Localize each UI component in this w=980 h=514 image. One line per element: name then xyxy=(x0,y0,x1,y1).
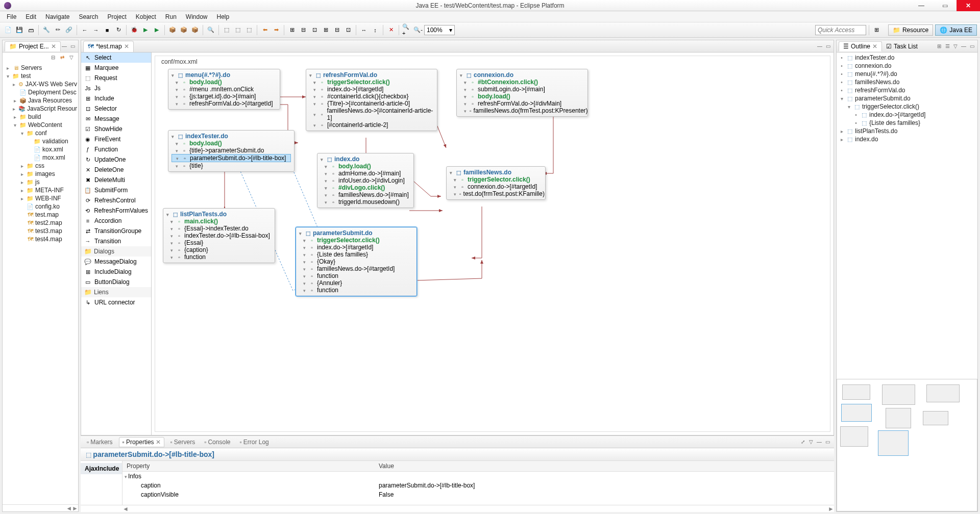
tasklist-tab[interactable]: ☑Task List xyxy=(882,42,922,51)
perspective-javaee[interactable]: 🌐Java EE xyxy=(935,24,977,36)
menu-navigate[interactable]: Navigate xyxy=(41,12,74,21)
close-button[interactable]: ✕ xyxy=(957,0,980,11)
minimize-view-icon[interactable]: ― xyxy=(960,43,967,50)
delete-icon[interactable]: ✕ xyxy=(386,25,396,35)
palette-group[interactable]: 📁Liens xyxy=(81,287,151,297)
bottom-tab-servers[interactable]: ▫Servers xyxy=(167,438,199,447)
property-row[interactable]: captionparameterSubmit.do->[#lb-title-bo… xyxy=(122,481,834,490)
bottom-tab-markers[interactable]: ▫Markers xyxy=(84,438,116,447)
toolbar-icon[interactable]: 🔧 xyxy=(41,25,52,35)
menu-run[interactable]: Run xyxy=(161,12,181,21)
run-ext-icon[interactable]: ▶ xyxy=(152,25,162,35)
outline-item[interactable]: ▾⬚triggerSelector.click() xyxy=(838,102,976,111)
toolbar-icon[interactable]: 📦 xyxy=(179,25,189,35)
maximize-button[interactable]: ▭ xyxy=(933,0,957,11)
outline-item[interactable]: •⬚famillesNews.do xyxy=(838,78,976,86)
palette-item[interactable]: ▭ButtonDialog xyxy=(81,277,151,287)
palette-item[interactable]: ↖Select xyxy=(81,53,151,63)
palette-item[interactable]: ⊞Include xyxy=(81,93,151,104)
menu-edit[interactable]: Edit xyxy=(21,12,41,21)
palette-item[interactable]: ▦Marquee xyxy=(81,63,151,73)
nav-back-icon[interactable]: ← xyxy=(80,25,90,35)
palette-item[interactable]: 📋SubmitForm xyxy=(81,185,151,195)
align-icon[interactable]: ⊡ xyxy=(343,25,353,35)
tree-item[interactable]: 📄config.ko xyxy=(4,202,77,211)
align-icon[interactable]: ⊞ xyxy=(321,25,331,35)
palette-item[interactable]: ✕DeleteOne xyxy=(81,165,151,175)
size-icon[interactable]: ↔ xyxy=(359,25,369,35)
save-icon[interactable]: 💾 xyxy=(14,25,24,35)
link-editor-icon[interactable]: ⇄ xyxy=(59,54,66,61)
tree-item[interactable]: ▸📁WEB-INF xyxy=(4,194,77,202)
nav-stop-icon[interactable]: ■ xyxy=(102,25,112,35)
palette-item[interactable]: 💬MessageDialog xyxy=(81,256,151,267)
palette-item[interactable]: ◉FireEvent xyxy=(81,134,151,144)
node-indextester[interactable]: ⬚ indexTester.do▫ body.load()▫ {title}->… xyxy=(168,130,295,172)
maximize-view-icon[interactable]: ▭ xyxy=(968,43,975,50)
quick-access-input[interactable] xyxy=(815,25,866,35)
node-menu[interactable]: ⬚ menu{#.*?#}.do▫ body.load()▫ #menu .mn… xyxy=(168,69,280,110)
node-connexion[interactable]: ⬚ connexion.do▫ #btConnexion.click()▫ su… xyxy=(456,69,588,117)
toolbar-icon[interactable]: 📦 xyxy=(190,25,200,35)
palette-item[interactable]: ⟲RefreshFormValues xyxy=(81,205,151,216)
tree-item[interactable]: ▸📦Java Resources xyxy=(4,96,77,105)
tree-item[interactable]: 🗺test.map xyxy=(4,211,77,219)
palette-item[interactable]: ⟳RefreshControl xyxy=(81,195,151,205)
menu-project[interactable]: Project xyxy=(103,12,131,21)
new-icon[interactable]: 📄 xyxy=(3,25,13,35)
refresh-icon[interactable]: ↻ xyxy=(113,25,124,35)
node-listplantests[interactable]: ⬚ listPlanTests.do▫ main.click()▫ {Essai… xyxy=(163,208,275,263)
palette-item[interactable]: ƒFunction xyxy=(81,144,151,155)
open-perspective-icon[interactable]: ⊞ xyxy=(872,25,882,35)
tree-item[interactable]: 📄kox.xml xyxy=(4,145,77,153)
outline-tab[interactable]: ☰Outline✕ xyxy=(839,41,882,52)
outline-item[interactable]: •⬚refreshFormVal.do xyxy=(838,86,976,94)
bottom-tab-error-log[interactable]: ▫Error Log xyxy=(236,438,272,447)
size-icon[interactable]: ↕ xyxy=(370,25,380,35)
minimize-editor-icon[interactable]: ― xyxy=(816,43,823,50)
node-famillesnews[interactable]: ⬚ famillesNews.do▫ triggerSelector.click… xyxy=(446,166,546,200)
debug-icon[interactable]: 🐞 xyxy=(129,25,139,35)
prop-category[interactable]: Infos xyxy=(128,473,141,480)
outline-item[interactable]: •⬚{Liste des familles} xyxy=(838,119,976,127)
maximize-view-icon[interactable]: ▭ xyxy=(824,439,831,446)
palette-item[interactable]: ↻UpdateOne xyxy=(81,155,151,165)
project-explorer-tab[interactable]: 📁Project E...✕ xyxy=(5,41,61,52)
menu-help[interactable]: Help xyxy=(212,12,234,21)
outline-mode-icon[interactable]: ⊞ xyxy=(936,43,943,50)
tree-item[interactable]: ▾📁conf xyxy=(4,129,77,137)
palette-item[interactable]: ⬚Request xyxy=(81,73,151,83)
tree-item[interactable]: ▸📚JavaScript Resour xyxy=(4,105,77,113)
bottom-tab-properties[interactable]: ▫Properties ✕ xyxy=(119,437,164,447)
node-index[interactable]: ⬚ index.do▫ body.load()▫ admHome.do->[#m… xyxy=(317,153,414,208)
tree-item[interactable]: ▾📁WebContent xyxy=(4,121,77,129)
minimize-view-icon[interactable]: ― xyxy=(816,439,823,446)
outline-item[interactable]: •⬚indexTester.do xyxy=(838,54,976,62)
minimize-button[interactable]: — xyxy=(910,0,933,11)
properties-category-tab[interactable]: AjaxInclude xyxy=(81,463,122,474)
menu-search[interactable]: Search xyxy=(74,12,103,21)
toolbar-icon[interactable]: 📦 xyxy=(167,25,178,35)
tree-item[interactable]: ▸📁css xyxy=(4,162,77,170)
tree-item[interactable]: ▾📁test xyxy=(4,72,77,80)
outline-item[interactable]: •⬚menu{#.*?#}.do xyxy=(838,70,976,78)
tree-item[interactable]: ▸📁js xyxy=(4,178,77,186)
zoom-in-icon[interactable]: 🔍+ xyxy=(402,25,412,35)
nav-fwd-icon[interactable]: → xyxy=(91,25,101,35)
bottom-tab-console[interactable]: ▫Console xyxy=(201,438,233,447)
palette-item[interactable]: ✖DeleteMulti xyxy=(81,175,151,185)
tree-item[interactable]: 📁validation xyxy=(4,137,77,145)
collapse-all-icon[interactable]: ⊟ xyxy=(50,54,57,61)
outline-minimap[interactable] xyxy=(837,379,977,511)
align-icon[interactable]: ⊟ xyxy=(298,25,308,35)
view-menu-icon[interactable]: ▽ xyxy=(68,54,75,61)
palette-item[interactable]: ↳URL connector xyxy=(81,297,151,307)
tree-item[interactable]: 📄mox.xml xyxy=(4,153,77,162)
view-menu-icon[interactable]: ▽ xyxy=(807,439,815,446)
tree-item[interactable]: ▸⚙JAX-WS Web Serv xyxy=(4,80,77,88)
restore-icon[interactable]: ⤢ xyxy=(799,439,806,446)
outline-item[interactable]: ▸⬚index.do xyxy=(838,135,976,143)
node-refreshformval[interactable]: ⬚ refreshFormVal.do▫ triggerSelector.cli… xyxy=(306,69,437,131)
align-icon[interactable]: ⊟ xyxy=(332,25,342,35)
maximize-view-icon[interactable]: ▭ xyxy=(69,43,76,50)
